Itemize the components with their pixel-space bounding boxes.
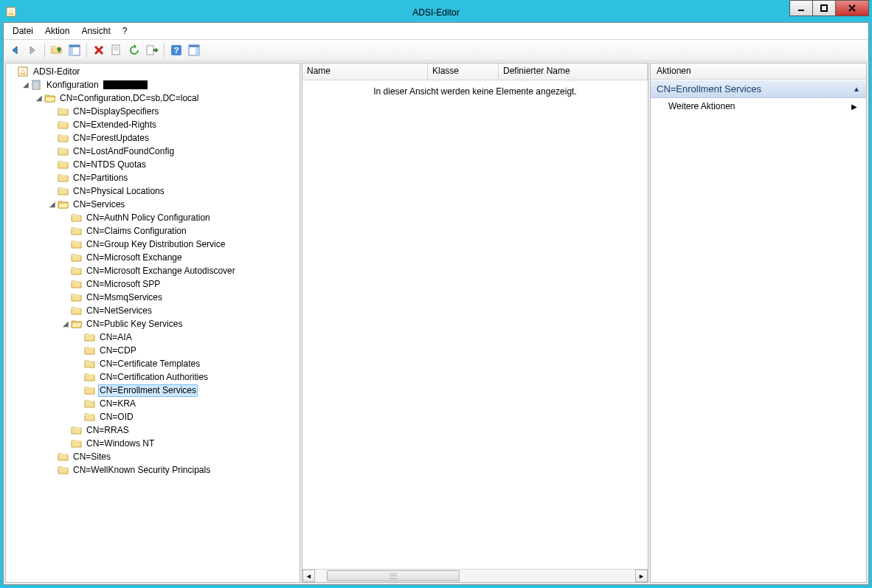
- minimize-button[interactable]: [789, 0, 813, 16]
- svg-rect-11: [69, 45, 80, 47]
- export-list-button[interactable]: [144, 42, 160, 58]
- toolbar-separator: [44, 43, 45, 58]
- tree-item[interactable]: CN=Windows NT: [6, 437, 300, 450]
- folder-icon: [84, 385, 96, 395]
- tree-item[interactable]: CN=Physical Locations: [6, 184, 300, 198]
- folder-icon: [58, 199, 69, 210]
- forward-button[interactable]: [24, 42, 41, 58]
- tree-item[interactable]: CN=NTDS Quotas: [6, 158, 300, 171]
- menu-help[interactable]: ?: [117, 24, 134, 38]
- tree-item[interactable]: CN=WellKnown Security Principals: [6, 463, 300, 477]
- tree-item[interactable]: CN=Claims Configuration: [6, 224, 300, 238]
- tree-item[interactable]: CN=RRAS: [6, 423, 300, 437]
- folder-icon: [58, 146, 69, 156]
- menu-datei[interactable]: Datei: [7, 24, 39, 38]
- column-name[interactable]: Name: [302, 63, 428, 80]
- close-button[interactable]: [835, 0, 869, 16]
- menu-bar: Datei Aktion Ansicht ?: [4, 23, 868, 40]
- tree-config-dn[interactable]: ◢CN=Configuration,DC=sb,DC=local: [6, 91, 300, 105]
- expander-icon[interactable]: ◢: [47, 198, 58, 211]
- tree-item[interactable]: CN=Sites: [6, 450, 300, 463]
- tree-item[interactable]: CN=Certificate Templates: [6, 357, 300, 370]
- properties-button[interactable]: [108, 42, 125, 58]
- tree-item[interactable]: CN=Extended-Rights: [6, 118, 300, 131]
- tree-item[interactable]: CN=DisplaySpecifiers: [6, 105, 300, 118]
- folder-icon: [84, 332, 96, 342]
- tree-item[interactable]: CN=CDP: [6, 344, 300, 357]
- tree-item[interactable]: CN=ForestUpdates: [6, 131, 300, 145]
- tree-item[interactable]: CN=KRA: [6, 397, 300, 410]
- folder-icon: [71, 292, 83, 302]
- tree-root[interactable]: ADSI-Editor: [6, 65, 300, 78]
- app-icon: [6, 7, 18, 18]
- folder-icon: [71, 425, 83, 435]
- tree-item[interactable]: CN=Microsoft SPP: [6, 277, 300, 291]
- tree-item[interactable]: CN=MsmqServices: [6, 291, 300, 304]
- tree-item[interactable]: CN=Group Key Distribution Service: [6, 238, 300, 251]
- actions-more[interactable]: Weitere Aktionen ▶: [651, 98, 866, 114]
- title-bar[interactable]: ADSI-Editor: [3, 3, 869, 22]
- tree-label: CN=RRAS: [85, 423, 131, 437]
- folder-icon: [58, 120, 69, 130]
- scroll-right-button[interactable]: ►: [635, 570, 648, 582]
- column-klasse[interactable]: Klasse: [428, 63, 499, 80]
- tree-item[interactable]: CN=AIA: [6, 331, 300, 344]
- tree-item[interactable]: CN=Microsoft Exchange: [6, 251, 300, 264]
- back-button[interactable]: [7, 42, 23, 58]
- list-body[interactable]: In dieser Ansicht werden keine Elemente …: [302, 80, 648, 569]
- tree[interactable]: ADSI-Editor◢Konfiguration◢CN=Configurati…: [6, 63, 300, 478]
- refresh-button[interactable]: [126, 42, 142, 58]
- scroll-left-button[interactable]: ◄: [302, 570, 315, 582]
- tree-item[interactable]: CN=Enrollment Services: [6, 384, 300, 397]
- show-hide-tree-button[interactable]: [66, 42, 83, 58]
- folder-icon: [58, 133, 69, 143]
- submenu-arrow-icon: ▶: [851, 103, 863, 111]
- tree-item[interactable]: CN=Certification Authorities: [6, 370, 300, 384]
- tree-item[interactable]: CN=LostAndFoundConfig: [6, 145, 300, 158]
- tree-label: CN=Extended-Rights: [72, 118, 158, 131]
- tree-item[interactable]: CN=NetServices: [6, 304, 300, 317]
- tree-item[interactable]: CN=AuthN Policy Configuration: [6, 211, 300, 224]
- tree-services[interactable]: ◢CN=Services: [6, 198, 300, 211]
- svg-rect-23: [189, 45, 199, 47]
- show-hide-actions-button[interactable]: [186, 42, 202, 58]
- tree-public-key-services[interactable]: ◢CN=Public Key Services: [6, 317, 300, 331]
- expander-icon[interactable]: ◢: [21, 78, 31, 91]
- menu-ansicht[interactable]: Ansicht: [75, 24, 116, 38]
- actions-section-title[interactable]: CN=Enrollment Services ▲: [651, 80, 866, 98]
- svg-text:?: ?: [174, 46, 179, 55]
- help-button[interactable]: ?: [168, 42, 184, 58]
- maximize-button[interactable]: [812, 0, 836, 16]
- tree-label: CN=KRA: [98, 397, 137, 410]
- tree-label: CN=LostAndFoundConfig: [72, 145, 176, 158]
- tree-label: ADSI-Editor: [32, 65, 81, 78]
- up-level-button[interactable]: [49, 42, 65, 58]
- column-dn[interactable]: Definierter Name: [499, 63, 648, 80]
- tree-item[interactable]: CN=OID: [6, 410, 300, 423]
- tree-label: CN=DisplaySpecifiers: [72, 105, 160, 118]
- delete-button[interactable]: [91, 42, 107, 58]
- tree-item[interactable]: CN=Microsoft Exchange Autodiscover: [6, 264, 300, 277]
- folder-icon: [58, 186, 69, 196]
- toolbar-separator: [164, 43, 165, 58]
- tree-label: CN=Physical Locations: [72, 184, 166, 198]
- folder-icon: [71, 266, 83, 276]
- tree-label: CN=Claims Configuration: [85, 224, 188, 238]
- folder-icon: [71, 252, 83, 263]
- collapse-icon[interactable]: ▲: [853, 85, 860, 93]
- scroll-track[interactable]: [315, 570, 635, 582]
- column-headers[interactable]: Name Klasse Definierter Name: [302, 63, 648, 80]
- tree-pane: ADSI-Editor◢Konfiguration◢CN=Configurati…: [5, 63, 300, 583]
- actions-section-label: CN=Enrollment Services: [657, 83, 761, 94]
- horizontal-scrollbar[interactable]: ◄ ►: [302, 569, 648, 582]
- menu-aktion[interactable]: Aktion: [39, 24, 75, 38]
- tree-konfiguration[interactable]: ◢Konfiguration: [6, 78, 300, 91]
- scroll-thumb[interactable]: [327, 570, 460, 581]
- folder-icon: [71, 279, 83, 289]
- list-empty-message: In dieser Ansicht werden keine Elemente …: [302, 80, 648, 103]
- tree-label: CN=OID: [98, 410, 135, 423]
- expander-icon[interactable]: ◢: [60, 317, 71, 331]
- expander-icon[interactable]: ◢: [34, 91, 44, 105]
- toolbar: ?: [4, 40, 868, 61]
- tree-item[interactable]: CN=Partitions: [6, 171, 300, 184]
